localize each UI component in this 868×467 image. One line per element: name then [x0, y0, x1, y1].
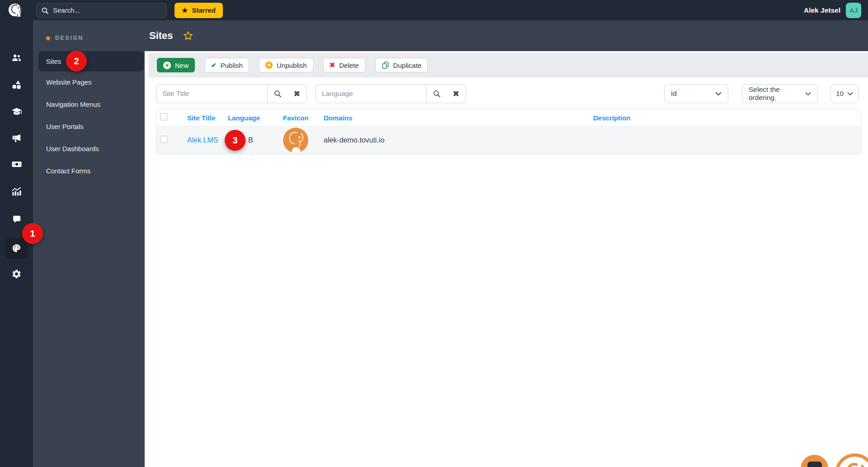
chevron-down-icon [847, 92, 853, 96]
language-filter-input[interactable] [316, 84, 426, 103]
chevron-down-icon [715, 92, 722, 96]
page-size-select[interactable]: 10 [830, 84, 859, 103]
search-icon [433, 90, 441, 98]
ordering-value: Select the ordering. [749, 86, 805, 102]
language-filter-group: ✖ [316, 84, 466, 103]
duplicate-button[interactable]: Duplicate [375, 58, 428, 72]
new-button[interactable]: + New [157, 58, 195, 72]
site-favicon-image [283, 128, 308, 153]
column-header-site-title[interactable]: Site Title [182, 114, 222, 122]
site-title-clear-button[interactable]: ✖ [287, 84, 307, 103]
section-label: DESIGN [55, 35, 84, 41]
support-chat-button[interactable] [801, 455, 828, 467]
user-name: Alek Jetsel [804, 6, 840, 14]
rail-item-settings[interactable] [0, 264, 33, 284]
chat-icon [12, 214, 22, 224]
delete-button[interactable]: ✖ Delete [323, 58, 365, 72]
page-size-value: 10 [836, 90, 844, 98]
avatar[interactable]: AJ [846, 3, 861, 18]
sidebar-item-label: Sites [46, 57, 61, 65]
duplicate-label: Duplicate [393, 62, 422, 69]
rail-item-marketing[interactable] [0, 128, 33, 148]
global-search [36, 3, 167, 18]
app: ★ Starred Alek Jetsel AJ [0, 0, 868, 467]
topbar: ★ Starred Alek Jetsel AJ [0, 0, 868, 20]
publish-button[interactable]: ✔ Publish [205, 58, 249, 72]
design-sidebar: DESIGN Sites Website Pages Navigation Me… [33, 20, 145, 467]
delete-label: Delete [339, 62, 359, 69]
sidebar-item-user-dashboards[interactable]: User Dashboards [46, 145, 99, 152]
ordering-select[interactable]: Select the ordering. [742, 84, 818, 103]
language-clear-button[interactable]: ✖ [446, 84, 466, 103]
search-icon [41, 7, 49, 14]
sidebar-item-website-pages[interactable]: Website Pages [46, 78, 92, 86]
column-header-domains[interactable]: Domains [318, 114, 588, 122]
users-icon [11, 52, 22, 63]
graduation-cap-icon [11, 106, 22, 117]
unpublish-label: Unpublish [277, 62, 307, 69]
new-label: New [175, 62, 189, 69]
help-bubble-button[interactable] [835, 453, 868, 467]
money-icon [11, 159, 22, 170]
icon-rail: 1 [0, 20, 33, 467]
chevron-down-icon [805, 92, 811, 96]
domain-cell: alek-demo.tovuti.io [324, 136, 384, 144]
column-header-description[interactable]: Description [588, 114, 861, 122]
language-cell: B [248, 136, 253, 144]
clear-x-icon: ✖ [453, 90, 459, 98]
site-title-filter-group: ✖ [156, 84, 307, 103]
sidebar-item-navigation-menus[interactable]: Navigation Menus [46, 100, 100, 108]
select-all-checkbox[interactable] [160, 113, 167, 120]
gear-icon [11, 269, 22, 279]
rail-item-people[interactable] [0, 48, 33, 67]
plus-circle-icon: + [163, 62, 171, 69]
sidebar-item-user-portals[interactable]: User Portals [46, 123, 84, 130]
megaphone-icon [11, 133, 22, 143]
tovuti-logo-icon[interactable] [6, 1, 24, 19]
check-icon: ✔ [211, 62, 217, 69]
search-input[interactable] [36, 3, 167, 18]
chat-window-icon [807, 462, 822, 467]
site-title-search-button[interactable] [267, 84, 287, 103]
column-header-language[interactable]: Language [222, 114, 278, 122]
starred-button[interactable]: ★ Starred [175, 3, 223, 18]
toolbar: + New ✔ Publish ✖ Unpublish ✖ Delete Dup… [148, 53, 868, 77]
clear-x-icon: ✖ [293, 90, 300, 98]
page-header: Sites [145, 20, 868, 51]
sidebar-item-contact-forms[interactable]: Contact Forms [46, 167, 90, 175]
analytics-icon [11, 186, 22, 197]
rail-item-learning[interactable] [0, 102, 33, 122]
copy-icon [382, 61, 389, 69]
x-circle-icon: ✖ [265, 62, 273, 69]
column-header-favicon[interactable]: Favicon [278, 114, 318, 122]
shapes-icon [11, 80, 22, 90]
unpublish-button[interactable]: ✖ Unpublish [259, 58, 313, 72]
sidebar-item-sites[interactable]: Sites [38, 51, 144, 71]
favorite-star-icon[interactable] [183, 30, 193, 41]
row-checkbox[interactable] [160, 136, 167, 143]
rail-item-content[interactable] [0, 75, 33, 95]
topbar-user-area: Alek Jetsel AJ [804, 3, 861, 18]
star-icon: ★ [182, 6, 188, 14]
language-search-button[interactable] [426, 84, 446, 103]
site-title-filter-input[interactable] [156, 84, 267, 103]
elephant-logo-icon [838, 457, 868, 467]
palette-icon [11, 243, 22, 253]
site-title-link[interactable]: Alek LMS [187, 136, 218, 144]
annotation-badge-2: 2 [66, 51, 87, 71]
sort-field-value: Id [671, 90, 677, 98]
annotation-badge-3: 3 [225, 130, 245, 151]
rail-item-reports[interactable] [0, 181, 33, 201]
starred-label: Starred [192, 6, 216, 14]
x-icon: ✖ [330, 61, 335, 69]
page-title: Sites [149, 30, 173, 42]
sites-table: Site Title Language Favicon Domains Desc… [156, 109, 861, 154]
table-row: Alek LMS 3 B alek-demo.tovuti.io [156, 126, 861, 154]
annotation-badge-1: 1 [22, 223, 43, 244]
rail-item-commerce[interactable] [0, 154, 33, 174]
search-icon [274, 90, 282, 98]
sidebar-section-header: DESIGN [46, 35, 84, 41]
table-header-row: Site Title Language Favicon Domains Desc… [156, 109, 861, 126]
sort-field-select[interactable]: Id [664, 84, 728, 103]
publish-label: Publish [221, 62, 243, 69]
